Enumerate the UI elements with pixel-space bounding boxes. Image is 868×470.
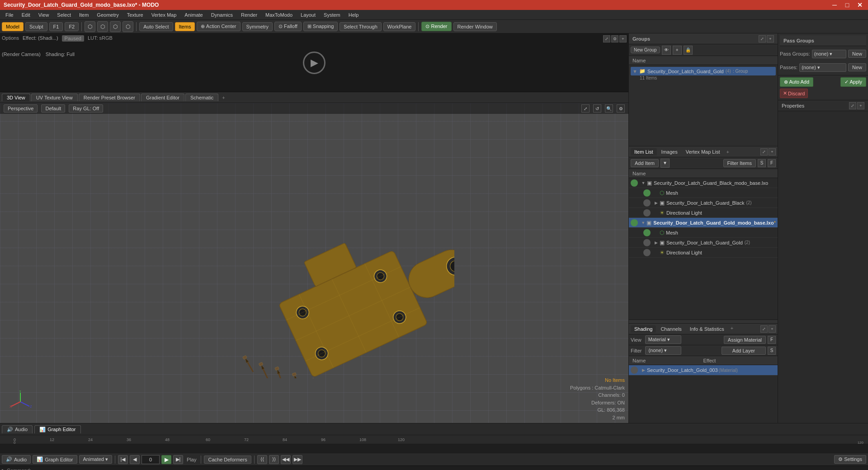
items-s-btn[interactable]: S	[758, 159, 766, 167]
groups-lock-btn[interactable]: 🔒	[684, 46, 693, 55]
preview-play-btn[interactable]: ▶	[303, 52, 326, 74]
tab-shading[interactable]: Shading	[631, 325, 656, 333]
new-group-btn[interactable]: New Group	[631, 47, 660, 53]
tab-gradient-editor[interactable]: Gradient Editor	[141, 94, 184, 101]
graph-editor-ctrl-btn[interactable]: 📊 Graph Editor	[33, 455, 77, 464]
tab-info-statistics[interactable]: Info & Statistics	[686, 325, 728, 333]
item-row-group-gold[interactable]: ▶ ▣ Security_Door_Latch_Guard_Gold (2)	[629, 238, 778, 248]
audio-ctrl-btn[interactable]: 🔊 Audio	[2, 455, 31, 464]
items-expand-btn[interactable]: ⤢	[760, 148, 768, 155]
item-vis-group-gold[interactable]	[643, 239, 651, 246]
item-row-light-2[interactable]: ☀ Directional Light	[629, 248, 778, 258]
minimize-btn[interactable]: ─	[830, 1, 839, 9]
item-row-mesh-2[interactable]: ⬡ Mesh	[629, 228, 778, 238]
properties-expand-btn[interactable]: ⤢	[849, 102, 856, 109]
transport-start-btn[interactable]: |◀	[118, 455, 128, 464]
menu-render[interactable]: Render	[237, 11, 261, 19]
shading-tab-add[interactable]: +	[729, 325, 735, 333]
discard-btn[interactable]: ✕ Discard	[780, 89, 808, 98]
item-vis-light-1[interactable]	[643, 209, 651, 216]
tab-channels[interactable]: Channels	[657, 325, 685, 333]
settings-btn[interactable]: ⚙ Settings	[834, 455, 866, 464]
filter-s-btn[interactable]: S	[768, 347, 776, 355]
shading-row-gold-003[interactable]: ▶ Security_Door_Latch_Gold_003 (Material…	[629, 365, 778, 376]
preview-expand-btn[interactable]: ⤢	[603, 35, 610, 42]
items-scrollbar-h[interactable]	[629, 320, 778, 323]
shading-settings-btn[interactable]: +	[769, 325, 776, 333]
tab-schematic[interactable]: Schematic	[185, 94, 218, 101]
transport-extra-3[interactable]: ◀◀	[281, 455, 291, 464]
item-vis-2[interactable]	[631, 219, 638, 226]
animated-btn[interactable]: Animated ▾	[79, 455, 113, 464]
close-btn[interactable]: ✕	[855, 1, 864, 9]
preview-more-btn[interactable]: +	[619, 35, 627, 42]
transport-play-btn[interactable]: ▶	[161, 455, 171, 464]
command-input[interactable]	[35, 468, 866, 470]
cache-deformers-btn[interactable]: Cache Deformers	[204, 456, 251, 464]
shading-expand-btn[interactable]: ⤢	[760, 325, 768, 333]
menu-view[interactable]: View	[35, 11, 53, 19]
action-center-btn[interactable]: ⊕ Action Center	[197, 22, 240, 31]
item-vis-1[interactable]	[631, 179, 638, 187]
assign-material-btn[interactable]: Assign Material	[724, 336, 766, 344]
item-row-group-black[interactable]: ▶ ▣ Security_Door_Latch_Guard_Black (2)	[629, 198, 778, 208]
item-row-mesh-1[interactable]: ⬡ Mesh	[629, 188, 778, 198]
new-pass-group-btn[interactable]: New	[848, 50, 866, 58]
item-expand-1[interactable]: ▼	[640, 179, 647, 187]
filter-items-btn[interactable]: Filter Items	[723, 159, 756, 167]
auto-select-btn[interactable]: Auto Select	[139, 22, 173, 31]
item-vis-group-black[interactable]	[643, 199, 651, 207]
shading-vis-btn[interactable]	[631, 367, 638, 374]
apply-btn[interactable]: ✓ Apply	[840, 77, 866, 87]
shading-expand-icon[interactable]: ▶	[640, 368, 647, 372]
transport-extra-1[interactable]: ⟨⟨	[257, 455, 267, 464]
shading-f-btn[interactable]: F	[768, 336, 776, 344]
maximize-btn[interactable]: □	[843, 1, 852, 9]
tab-3d-view[interactable]: 3D View	[2, 94, 30, 101]
toolbar-icon-1[interactable]: ⬡	[85, 21, 95, 32]
view-dropdown[interactable]: Material ▾	[645, 335, 681, 344]
preview-options[interactable]: Options	[2, 35, 19, 42]
menu-texture[interactable]: Texture	[123, 11, 147, 19]
tab-vertex-map-list[interactable]: Vertex Map List	[682, 148, 724, 155]
add-item-btn[interactable]: Add Item	[631, 159, 659, 167]
transport-next-btn[interactable]: ▶|	[173, 455, 183, 464]
add-layer-btn[interactable]: Add Layer	[722, 347, 766, 355]
workplane-btn[interactable]: WorkPlane	[383, 22, 416, 31]
toolbar-icon-4[interactable]: ⬡	[123, 21, 133, 32]
item-vis-light-2[interactable]	[643, 249, 651, 256]
item-row-light-1[interactable]: ☀ Directional Light	[629, 208, 778, 218]
frame-input[interactable]	[142, 455, 160, 464]
group-item-gold[interactable]: ▼ 📁 Security_Door_Latch_Guard_Gold (4) :…	[631, 67, 776, 75]
groups-add-btn[interactable]: +	[673, 46, 682, 55]
new-pass-btn[interactable]: New	[848, 63, 866, 71]
menu-geometry[interactable]: Geometry	[93, 11, 122, 19]
groups-vis-btn[interactable]: 👁	[662, 46, 671, 55]
item-expand-group-gold[interactable]: ▶	[652, 240, 660, 245]
transport-prev-btn[interactable]: ◀	[130, 455, 140, 464]
falloff-btn[interactable]: ⊙ Falloff	[274, 22, 302, 31]
vp-corner-search-btn[interactable]: 🔍	[605, 104, 613, 113]
tab-render-preset-browser[interactable]: Render Preset Browser	[79, 94, 140, 101]
select-through-btn[interactable]: Select Through	[340, 22, 381, 31]
items-f-btn[interactable]: F	[768, 159, 776, 167]
tab-uv-texture-view[interactable]: UV Texture View	[31, 94, 78, 101]
bottom-tab-audio[interactable]: 🔊 Audio	[2, 425, 33, 433]
vp-ray-gl-btn[interactable]: Ray GL: Off	[69, 104, 103, 113]
item-expand-2[interactable]: ▼	[640, 219, 646, 226]
tab-add-btn[interactable]: +	[219, 94, 227, 101]
item-row-scene-black[interactable]: ▼ ▣ Security_Door_Latch_Guard_Black_modo…	[629, 178, 778, 188]
menu-dynamics[interactable]: Dynamics	[208, 11, 236, 19]
toolbar-icon-3[interactable]: ⬡	[110, 21, 121, 32]
groups-settings-btn[interactable]: +	[767, 35, 774, 42]
mode-sculpt-btn[interactable]: Sculpt	[25, 22, 47, 31]
item-vis-mesh-2[interactable]	[643, 229, 651, 236]
render-btn[interactable]: ⊙ Render	[421, 22, 451, 31]
items-btn[interactable]: Items	[175, 22, 195, 31]
groups-expand-btn[interactable]: ⤢	[759, 35, 766, 42]
transport-extra-2[interactable]: ⟩⟩	[269, 455, 279, 464]
menu-layout[interactable]: Layout	[297, 11, 319, 19]
filter-dropdown[interactable]: (none) ▾	[645, 346, 681, 355]
item-vis-mesh-1[interactable]	[643, 189, 651, 197]
menu-item[interactable]: Item	[75, 11, 92, 19]
